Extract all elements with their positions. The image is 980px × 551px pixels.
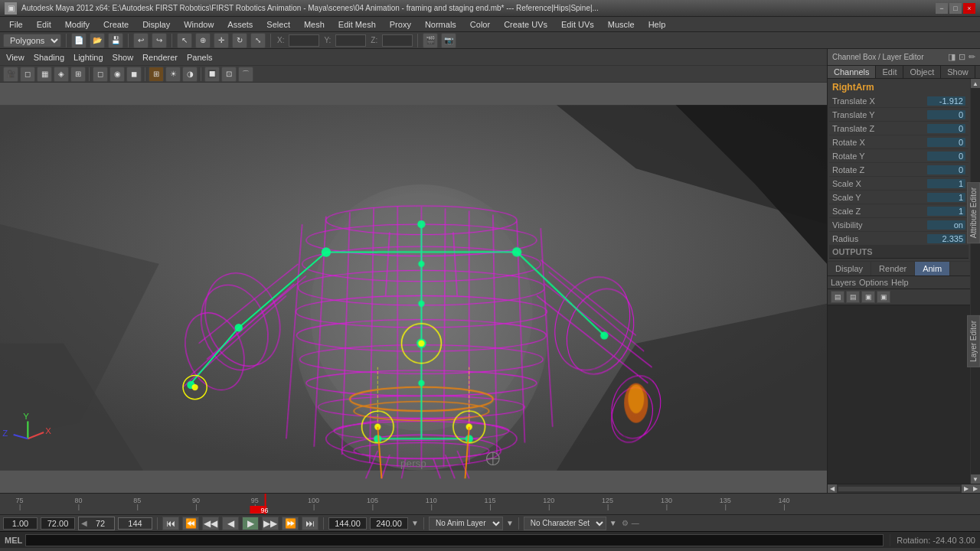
- next-frame-btn[interactable]: ▶▶: [262, 517, 279, 530]
- current-frame-field[interactable]: [89, 519, 112, 528]
- tab-edit[interactable]: Edit: [876, 66, 903, 78]
- mel-input[interactable]: [25, 534, 884, 546]
- vp-tb-btn-2[interactable]: ◻: [20, 67, 35, 82]
- minimize-button[interactable]: −: [936, 3, 948, 14]
- vp-tb-texture[interactable]: ◼: [126, 67, 142, 82]
- prev-frame-btn[interactable]: ◀◀: [202, 517, 219, 530]
- cb-header-btn-3[interactable]: ✏: [969, 52, 975, 62]
- x-coord-input[interactable]: [289, 34, 319, 47]
- cb-header-btn-1[interactable]: ◨: [948, 52, 956, 62]
- cb-attr-value-rotate-z[interactable]: 0: [927, 165, 965, 174]
- tab-channels[interactable]: Channels: [828, 66, 876, 78]
- open-btn[interactable]: 📂: [90, 33, 105, 48]
- lo-options[interactable]: Options: [859, 278, 888, 287]
- tab-show[interactable]: Show: [941, 66, 975, 78]
- cb-attr-scale-x[interactable]: Scale X 1: [829, 177, 969, 191]
- cb-attr-value-scale-x[interactable]: 1: [927, 179, 965, 188]
- play-fwd-btn[interactable]: ▶: [242, 517, 259, 530]
- cb-hscroll-right[interactable]: ▶: [962, 484, 971, 494]
- cb-attr-value-scale-z[interactable]: 1: [927, 207, 965, 216]
- cb-attr-value-translate-y[interactable]: 0: [927, 110, 965, 119]
- vp-tb-btn-4[interactable]: ◈: [54, 67, 69, 82]
- menu-item-assets[interactable]: Assets: [221, 19, 259, 30]
- menu-item-edit-mesh[interactable]: Edit Mesh: [332, 19, 382, 30]
- lo-layers[interactable]: Layers: [831, 278, 856, 287]
- vp-tb-btn-3[interactable]: ▦: [37, 67, 52, 82]
- cb-hscroll-track[interactable]: [838, 487, 960, 491]
- select-btn[interactable]: ↖: [177, 33, 192, 48]
- cb-attr-visibility[interactable]: Visibility on: [829, 218, 969, 232]
- cb-scroll-down[interactable]: ▼: [971, 474, 980, 484]
- maximize-button[interactable]: □: [949, 3, 962, 14]
- timeline-ruler[interactable]: 75 80 85 90 95 100 105: [0, 494, 980, 515]
- cb-scroll-up[interactable]: ▲: [971, 79, 980, 88]
- menu-item-select[interactable]: Select: [260, 19, 296, 30]
- menu-item-color[interactable]: Color: [464, 19, 496, 30]
- y-coord-input[interactable]: [335, 34, 366, 47]
- new-scene-btn[interactable]: 📄: [71, 33, 87, 48]
- layer-icon-3[interactable]: ▣: [861, 291, 875, 303]
- lt-tab-anim[interactable]: Anim: [915, 262, 950, 276]
- lasso-btn[interactable]: ⊕: [195, 33, 211, 48]
- vp-tb-grid[interactable]: ⊞: [149, 67, 164, 82]
- layer-icon-4[interactable]: ▣: [877, 291, 890, 303]
- cb-attr-translate-z[interactable]: Translate Z 0: [829, 122, 969, 135]
- cb-attr-radius[interactable]: Radius 2.335: [829, 232, 969, 246]
- char-set-dropdown-arrow[interactable]: ▼: [609, 519, 617, 527]
- char-set-dropdown[interactable]: No Character Set: [524, 517, 606, 530]
- cb-attr-translate-x[interactable]: Translate X -1.912: [829, 94, 969, 108]
- playback-range-dropdown[interactable]: ▼: [411, 519, 419, 527]
- end-frame-field[interactable]: [118, 517, 152, 530]
- step-back-btn[interactable]: ⏪: [182, 517, 199, 530]
- range-start-field[interactable]: [3, 517, 38, 530]
- playback-end-field[interactable]: [370, 517, 408, 530]
- ipr-btn[interactable]: 📷: [441, 33, 456, 48]
- layer-icon-2[interactable]: ▤: [846, 291, 860, 303]
- z-coord-input[interactable]: [382, 34, 413, 47]
- play-back-btn[interactable]: ◀: [222, 517, 239, 530]
- go-to-start-btn[interactable]: ⏮: [162, 517, 179, 530]
- menu-item-display[interactable]: Display: [136, 19, 176, 30]
- channel-box-content[interactable]: RightArm Translate X -1.912 Translate Y …: [828, 79, 970, 261]
- cb-attr-value-rotate-x[interactable]: 0: [927, 138, 965, 147]
- cb-attr-scale-y[interactable]: Scale Y 1: [829, 191, 969, 204]
- cb-attr-value-translate-x[interactable]: -1.912: [927, 96, 965, 106]
- anim-layer-dropdown[interactable]: No Anim Layer: [429, 517, 503, 530]
- cb-attr-value-rotate-y[interactable]: 0: [927, 152, 965, 161]
- menu-item-mesh[interactable]: Mesh: [298, 19, 331, 30]
- rotate-btn[interactable]: ↻: [232, 33, 247, 48]
- go-to-end-btn[interactable]: ⏭: [302, 517, 318, 530]
- layer-content-area[interactable]: [828, 305, 970, 484]
- range-end-field[interactable]: [41, 517, 75, 530]
- cb-attr-value-visibility[interactable]: on: [927, 220, 965, 230]
- vp-menu-view[interactable]: View: [6, 53, 24, 62]
- cb-attr-value-translate-z[interactable]: 0: [927, 124, 965, 133]
- menu-item-window[interactable]: Window: [178, 19, 220, 30]
- vp-tb-lights[interactable]: ☀: [165, 67, 181, 82]
- vp-tb-wireframe[interactable]: ◻: [93, 67, 108, 82]
- timeline-area[interactable]: 75 80 85 90 95 100 105: [0, 493, 980, 514]
- vp-tb-iso[interactable]: ⊡: [221, 67, 237, 82]
- polygon-mode-dropdown[interactable]: Polygons: [3, 34, 61, 47]
- cb-attr-value-radius[interactable]: 2.335: [927, 234, 965, 243]
- menu-item-create-uvs[interactable]: Create UVs: [498, 19, 554, 30]
- menu-item-edit-uvs[interactable]: Edit UVs: [555, 19, 600, 30]
- cb-attr-scale-z[interactable]: Scale Z 1: [829, 204, 969, 218]
- cb-attr-rotate-z[interactable]: Rotate Z 0: [829, 163, 969, 177]
- vp-tb-curves[interactable]: ⌒: [238, 67, 253, 82]
- menu-item-normals[interactable]: Normals: [419, 19, 462, 30]
- vp-tb-shadows[interactable]: ◑: [182, 67, 198, 82]
- vp-tb-btn-5[interactable]: ⊞: [70, 67, 86, 82]
- cb-attr-rotate-x[interactable]: Rotate X 0: [829, 135, 969, 149]
- attr-editor-side-tab[interactable]: Attribute Editor: [967, 182, 980, 243]
- menu-item-proxy[interactable]: Proxy: [384, 19, 417, 30]
- viewport-3d[interactable]: X Y Z persp: [0, 83, 827, 493]
- vp-menu-panels[interactable]: Panels: [187, 53, 213, 62]
- anim-layer-dropdown-arrow[interactable]: ▼: [506, 519, 514, 527]
- close-button[interactable]: ×: [963, 3, 975, 14]
- undo-btn[interactable]: ↩: [133, 33, 149, 48]
- cb-hscroll-right-2[interactable]: ▶: [971, 484, 980, 494]
- cb-scroll-track[interactable]: [971, 88, 980, 474]
- vp-menu-renderer[interactable]: Renderer: [142, 53, 178, 62]
- layer-editor-side-tab[interactable]: Layer Editor: [967, 315, 980, 367]
